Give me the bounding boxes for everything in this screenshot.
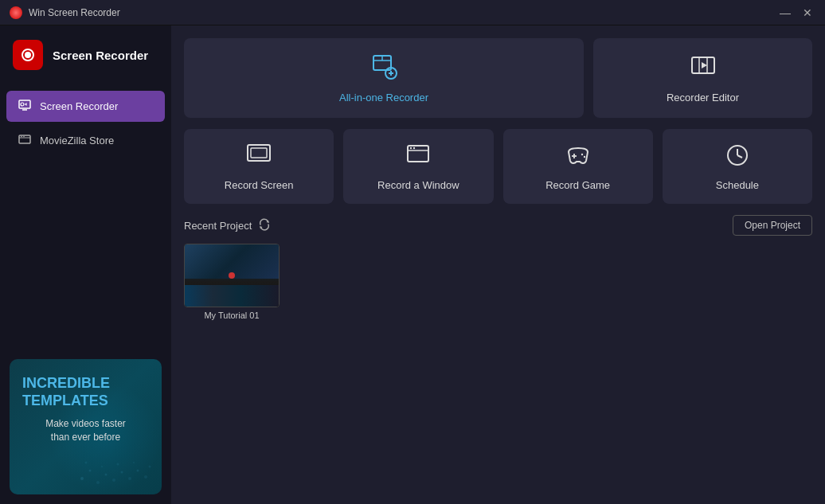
- record-screen-icon: [245, 142, 272, 173]
- project-thumbnail: [184, 244, 280, 307]
- project-record-dot: [229, 272, 235, 279]
- banner-subtext: Make videos faster than ever before: [22, 417, 149, 444]
- svg-point-40: [583, 156, 585, 158]
- screen-recorder-icon: [18, 99, 32, 114]
- recent-section: Recent Project Open Project: [184, 215, 812, 491]
- sidebar-logo: [13, 40, 43, 70]
- svg-point-35: [410, 147, 412, 149]
- schedule-icon: [724, 142, 751, 173]
- schedule-card[interactable]: Schedule: [663, 129, 812, 204]
- svg-point-9: [96, 481, 100, 484]
- recorder-editor-card[interactable]: Recorder Editor: [593, 38, 812, 118]
- svg-rect-32: [251, 148, 267, 158]
- record-screen-label: Record Screen: [225, 179, 294, 191]
- svg-point-14: [137, 470, 139, 472]
- svg-rect-4: [19, 135, 30, 143]
- recorder-editor-label: Recorder Editor: [667, 92, 739, 104]
- all-in-one-recorder-card[interactable]: All-in-one Recorder: [184, 38, 584, 118]
- record-window-icon: [405, 142, 432, 173]
- svg-point-6: [23, 136, 25, 138]
- svg-point-19: [133, 462, 135, 463]
- record-icon: [20, 47, 36, 63]
- sidebar-app-title: Screen Recorder: [53, 49, 148, 62]
- svg-point-15: [144, 475, 147, 479]
- svg-point-16: [85, 462, 88, 464]
- screen-recorder-label: Screen Recorder: [40, 100, 118, 112]
- app-icon: [10, 6, 22, 19]
- svg-point-5: [21, 136, 22, 138]
- svg-point-1: [25, 52, 31, 58]
- svg-marker-30: [702, 62, 707, 68]
- all-in-one-label: All-in-one Recorder: [339, 92, 428, 104]
- sidebar-header: Screen Recorder: [0, 25, 171, 84]
- open-project-button[interactable]: Open Project: [733, 215, 812, 236]
- svg-point-17: [101, 466, 103, 467]
- svg-line-43: [737, 155, 742, 158]
- recent-header: Recent Project Open Project: [184, 215, 812, 236]
- svg-point-39: [581, 154, 582, 155]
- moviezilla-store-label: MovieZilla Store: [40, 135, 114, 147]
- svg-point-36: [413, 147, 415, 149]
- record-game-icon: [565, 142, 592, 173]
- project-item[interactable]: My Tutorial 01: [184, 244, 280, 491]
- sidebar-nav: Screen Recorder MovieZilla Store: [0, 84, 171, 350]
- svg-point-13: [128, 477, 131, 480]
- refresh-icon[interactable]: [258, 218, 271, 233]
- svg-point-11: [112, 479, 115, 482]
- recent-title: Recent Project: [184, 220, 252, 232]
- record-window-card[interactable]: Record a Window: [343, 129, 493, 204]
- sidebar-item-screen-recorder[interactable]: Screen Recorder: [6, 91, 165, 122]
- recorder-editor-icon: [689, 53, 717, 85]
- sidebar-item-moviezilla-store[interactable]: MovieZilla Store: [6, 125, 165, 156]
- title-bar-text: Win Screen Recorder: [29, 7, 120, 18]
- sidebar-banner: INCREDIBLE TEMPLATES Make videos faster …: [10, 359, 162, 494]
- svg-point-3: [21, 103, 24, 106]
- second-cards-row: Record Screen Record a Window: [184, 129, 812, 204]
- record-game-label: Record Game: [545, 179, 610, 191]
- sidebar: Screen Recorder Screen Recorder: [0, 25, 171, 504]
- main-layout: Screen Recorder Screen Recorder: [0, 25, 825, 504]
- top-cards-row: All-in-one Recorder Recorder Editor: [184, 38, 812, 118]
- record-game-card[interactable]: Record Game: [503, 129, 653, 204]
- svg-point-12: [121, 471, 123, 474]
- content-area: All-in-one Recorder Recorder Editor: [171, 25, 825, 504]
- svg-point-7: [80, 477, 84, 480]
- project-name: My Tutorial 01: [184, 311, 280, 320]
- schedule-label: Schedule: [716, 179, 759, 191]
- svg-point-20: [149, 466, 151, 468]
- title-bar-controls: — ✕: [777, 5, 815, 21]
- banner-heading: INCREDIBLE TEMPLATES: [22, 375, 149, 409]
- svg-point-10: [105, 474, 108, 476]
- title-bar-left: Win Screen Recorder: [10, 6, 120, 19]
- moviezilla-icon: [18, 133, 32, 148]
- title-bar: Win Screen Recorder — ✕: [0, 0, 825, 25]
- minimize-button[interactable]: —: [777, 5, 793, 21]
- project-thumbnail-inner: [185, 244, 279, 307]
- close-button[interactable]: ✕: [800, 5, 815, 21]
- all-in-one-icon: [369, 53, 398, 85]
- svg-point-8: [89, 470, 92, 472]
- recent-title-group: Recent Project: [184, 218, 271, 233]
- record-screen-card[interactable]: Record Screen: [184, 129, 334, 204]
- recent-projects-grid: My Tutorial 01: [184, 244, 812, 491]
- svg-point-18: [117, 463, 119, 466]
- record-window-label: Record a Window: [377, 179, 459, 191]
